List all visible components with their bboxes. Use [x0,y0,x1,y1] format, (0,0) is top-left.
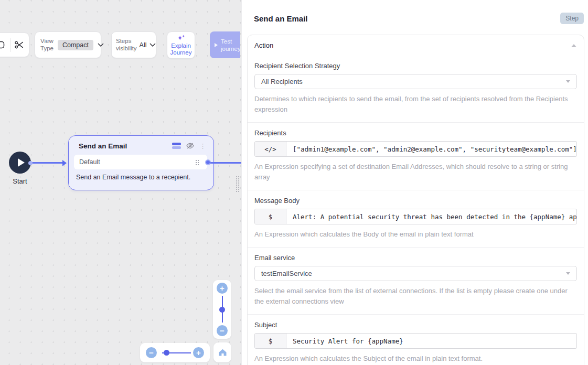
drag-handle-icon[interactable] [195,159,199,165]
zoom-out-button[interactable]: − [146,347,157,358]
steps-visibility-control[interactable]: Steps visibility All [111,31,156,58]
field-recipients: Recipients </> ["admin1@example.com", "a… [248,122,584,190]
edge-email-output [210,162,241,164]
edge-start-to-email [30,162,66,164]
zoom-in-button[interactable]: + [217,283,228,294]
chevron-down-icon [98,43,104,47]
field-help-text: An Expression specifying a set of destin… [254,162,577,182]
explain-journey-button[interactable]: Explain Journey [167,31,195,59]
node-header: Send an Email ⋮ [69,136,213,150]
panel-resize-handle[interactable] [236,176,240,192]
start-node-label: Start [6,177,34,185]
panel-header: Send an Email Step [242,0,588,24]
steps-visibility-label: Steps visibility [116,38,137,52]
kebab-menu-icon[interactable]: ⋮ [199,143,206,149]
zoom-out-button[interactable]: − [217,325,228,336]
node-description: Send an Email message to a recepient. [69,169,213,181]
step-badge: Step [560,13,584,24]
expression-value[interactable]: ["admin1@example.com", "admin2@example.c… [286,142,576,156]
select-value: testEmailService [261,270,566,277]
field-label: Recipient Selection Strategy [254,62,577,70]
edge-source-dot [28,161,33,165]
field-message-body: Message Body $ Alert: A potential securi… [248,190,584,247]
email-service-select[interactable]: testEmailService [254,266,577,281]
step-properties-panel: Send an Email Step Action Recipient Sele… [241,0,588,365]
dropdown-arrow-icon [566,272,570,275]
field-help-text: An Expression which calculates the Subje… [254,353,577,364]
view-type-value[interactable]: Compact [58,40,93,50]
recipient-strategy-select[interactable]: All Recipients [254,74,577,89]
select-value: All Recipients [261,78,566,85]
vertical-zoom-control: + − [213,280,231,339]
send-email-node[interactable]: Send an Email ⋮ Default [68,135,214,190]
start-node[interactable] [9,152,31,174]
message-body-expression-input[interactable]: $ Alert: A potential security threat has… [254,209,577,224]
play-icon [215,43,218,47]
eye-off-icon[interactable] [186,142,195,150]
test-journey-label: Test journey [221,38,240,52]
collapse-icon[interactable] [571,44,576,47]
field-label: Recipients [254,129,577,137]
view-type-control[interactable]: View Type Compact [35,31,101,58]
rows-icon[interactable] [172,143,181,149]
recipients-expression-input[interactable]: </> ["admin1@example.com", "admin2@examp… [254,141,577,157]
field-help-text: Determines to which recipients to send t… [254,94,577,115]
slot-label: Default [79,158,195,166]
edge-arrowhead-icon [62,160,67,166]
field-subject: Subject $ Security Alert for {appName} A… [248,314,584,365]
action-card-header[interactable]: Action [248,35,584,56]
zoom-slider-handle[interactable] [164,350,169,356]
code-expression-icon: </> [255,142,286,156]
journey-editor-screen: View Type Compact Steps visibility All E… [0,0,588,365]
field-label: Email service [254,254,577,262]
field-help-text: Select the email service from the list o… [254,286,577,307]
steps-visibility-value[interactable]: All [140,41,147,49]
node-header-icons: ⋮ [172,142,206,150]
flow-canvas[interactable]: View Type Compact Steps visibility All E… [0,0,241,365]
action-section-title: Action [254,41,571,49]
action-card: Action Recipient Selection Strategy All … [247,35,584,365]
field-recipient-strategy: Recipient Selection Strategy All Recipie… [248,56,584,122]
panel-title: Send an Email [254,14,560,23]
field-label: Subject [254,321,577,329]
expression-value[interactable]: Security Alert for {appName} [286,334,576,348]
field-label: Message Body [254,197,577,205]
home-icon [218,348,228,357]
edit-toolbar [0,33,29,57]
toolbar-divider [10,38,10,52]
cut-icon[interactable] [15,41,24,49]
node-title: Send an Email [79,142,172,150]
copy-icon[interactable] [0,40,6,49]
zoom-slider-handle[interactable] [219,307,225,313]
fit-view-button[interactable] [213,342,231,362]
field-help-text: An Expression which calculates the Body … [254,229,577,240]
dollar-expression-icon: $ [255,209,286,224]
field-email-service: Email service testEmailService Select th… [248,247,584,314]
dropdown-arrow-icon [566,80,570,83]
explain-journey-label: Explain Journey [167,42,195,56]
sparkles-icon [177,35,185,42]
expression-value[interactable]: Alert: A potential security threat has b… [286,209,576,224]
view-type-label: View Type [40,38,54,52]
test-journey-button[interactable]: Test journey [210,31,240,58]
chevron-down-icon [149,43,156,47]
horizontal-zoom-control: − + [140,343,210,362]
play-icon [18,158,25,167]
dollar-expression-icon: $ [255,334,286,348]
zoom-in-button[interactable]: + [193,347,204,358]
subject-expression-input[interactable]: $ Security Alert for {appName} [254,333,577,349]
node-default-slot[interactable]: Default [74,155,207,169]
